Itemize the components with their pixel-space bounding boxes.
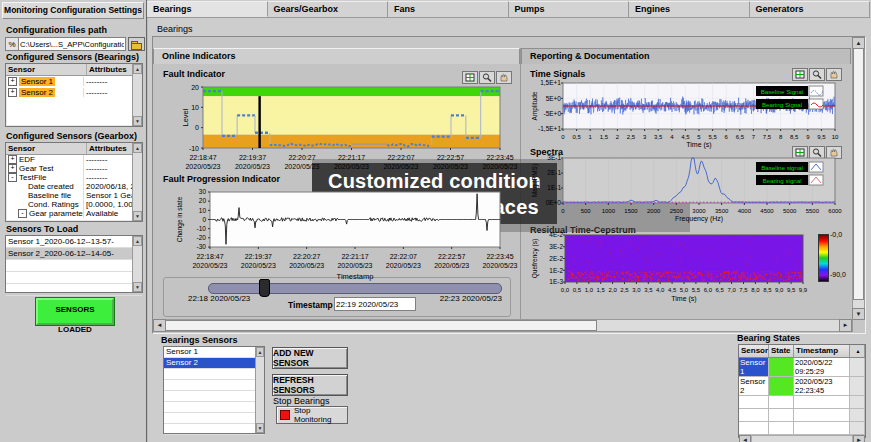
tab-pumps[interactable]: Pumps	[509, 1, 630, 17]
browse-folder-button[interactable]	[128, 37, 145, 51]
empty-row[interactable]	[164, 369, 264, 380]
scroll-down-arrow[interactable]: ▼	[852, 308, 865, 320]
svg-text:0,0: 0,0	[561, 287, 570, 293]
empty-row[interactable]	[6, 260, 142, 272]
config-path-input[interactable]	[19, 37, 126, 51]
svg-text:3: 3	[643, 134, 647, 140]
tree-expander[interactable]: +	[8, 155, 17, 164]
tree-row[interactable]: +Sensor 1--------	[6, 76, 142, 87]
empty-row[interactable]	[164, 424, 264, 435]
svg-text:0,5: 0,5	[572, 134, 581, 140]
fault-indicator-title: Fault Indicator	[163, 69, 225, 79]
tab-gears-gearbox[interactable]: Gears/Gearbox	[268, 1, 389, 17]
svg-text:22:23:45: 22:23:45	[486, 253, 513, 260]
sensor-list-item[interactable]: Sensor 2	[164, 358, 264, 369]
svg-text:1,5: 1,5	[597, 287, 606, 293]
slider-max-label: 22:23 2020/05/23	[420, 294, 502, 303]
svg-text:9: 9	[806, 134, 810, 140]
empty-row[interactable]	[164, 413, 264, 424]
tree-expander[interactable]: +	[8, 88, 17, 97]
svg-text:2020/05/23: 2020/05/23	[284, 163, 319, 170]
tree-row[interactable]: Cond. Ratings[0.0000, 1.000	[6, 200, 142, 209]
tab-generators[interactable]: Generators	[750, 1, 871, 17]
list-scrollbar[interactable]: ▲▼	[132, 236, 142, 292]
svg-text:Frequency (Hz): Frequency (Hz)	[675, 215, 723, 223]
config-path-control: %	[5, 37, 145, 51]
svg-text:Bearing signal: Bearing signal	[762, 177, 801, 184]
empty-row[interactable]	[164, 380, 264, 391]
svg-text:Baseline Signal: Baseline Signal	[761, 88, 804, 95]
gearbox-sensors-tree[interactable]: SensorAttributes+EDF--------+Gear Test--…	[5, 142, 143, 222]
states-row[interactable]: Sensor 12020/05/2209:25:29	[739, 358, 865, 377]
svg-text:1: 1	[589, 134, 593, 140]
tree-row[interactable]: -TestFile--------	[6, 173, 142, 182]
svg-text:2020/05/23: 2020/05/23	[241, 262, 276, 269]
empty-row[interactable]	[164, 391, 264, 402]
subtab-online-indicators[interactable]: Online Indicators	[153, 48, 520, 64]
bearings-sensors-list[interactable]: Sensor 1Sensor 2▲▼	[163, 346, 265, 434]
scroll-right-arrow[interactable]: ►	[853, 435, 865, 442]
bearing-states-table[interactable]: SensorStateTimestamp▲Sensor 12020/05/220…	[738, 344, 866, 438]
fault-progression-title: Fault Progression Indicator	[163, 174, 280, 184]
scroll-up-arrow[interactable]: ▲	[850, 345, 865, 357]
empty-row[interactable]	[164, 402, 264, 413]
spectra-chart: 3E-12E-11E-10E+0Mag (RMS)Baseline signal…	[528, 154, 846, 224]
svg-text:2020/05/23: 2020/05/23	[235, 163, 270, 170]
svg-text:22:21:17: 22:21:17	[338, 154, 365, 161]
tab-bearings[interactable]: Bearings	[147, 1, 268, 17]
svg-text:8,5: 8,5	[763, 287, 772, 293]
svg-text:30: 30	[199, 188, 207, 195]
empty-row[interactable]	[6, 272, 142, 284]
load-list-item[interactable]: Sensor 2_2020-06-12--14-05-	[6, 248, 142, 260]
tree-expander[interactable]: -	[18, 209, 27, 218]
svg-text:2020/05/23: 2020/05/23	[334, 163, 369, 170]
svg-text:10: 10	[199, 207, 207, 214]
empty-row[interactable]	[739, 396, 865, 409]
sensor-list-item[interactable]: Sensor 1	[164, 347, 264, 358]
tree-row[interactable]: Baseline fileSensor 1 Gear	[6, 191, 142, 200]
svg-text:9,5: 9,5	[787, 287, 796, 293]
sensors-to-load-list[interactable]: Sensor 1_2020-06-12--13-57-Sensor 2_2020…	[5, 235, 143, 293]
horizontal-scroll-thumb[interactable]	[165, 320, 597, 331]
state-cell	[769, 377, 794, 395]
tree-row[interactable]: +Sensor 2--------	[6, 87, 142, 98]
empty-row[interactable]	[739, 422, 865, 435]
svg-text:5000: 5000	[783, 208, 797, 214]
bearings-tree-label: Configured Sensors (Bearings)	[6, 52, 139, 62]
tree-expander[interactable]: +	[8, 164, 17, 173]
empty-row[interactable]	[739, 409, 865, 422]
refresh-sensors-button[interactable]: REFRESH SENSORS	[272, 374, 348, 396]
scroll-left-arrow[interactable]: ◄	[739, 435, 751, 442]
svg-text:-1,5E+1: -1,5E+1	[538, 125, 561, 132]
tree-row[interactable]: +EDF--------	[6, 155, 142, 164]
sensors-loaded-button[interactable]: SENSORS LOADED	[36, 298, 114, 325]
tree-scrollbar[interactable]: ▲▼	[132, 143, 142, 221]
svg-text:8: 8	[779, 134, 783, 140]
svg-text:1000: 1000	[602, 208, 616, 214]
tree-scrollbar[interactable]: ▲▼	[132, 64, 142, 126]
tree-row[interactable]: +Gear Test--------	[6, 164, 142, 173]
vertical-scroll-thumb[interactable]	[853, 48, 864, 300]
timestamp-oi-input[interactable]	[334, 297, 416, 311]
svg-text:4,5: 4,5	[668, 287, 677, 293]
svg-text:2020/05/23: 2020/05/23	[383, 163, 418, 170]
svg-text:0: 0	[561, 134, 565, 140]
tree-expander[interactable]: -	[8, 173, 17, 182]
bearings-sensors-tree[interactable]: SensorAttributes+Sensor 1--------+Sensor…	[5, 63, 143, 127]
scroll-right-arrow[interactable]: ►	[839, 319, 852, 332]
add-new-sensor-button[interactable]: ADD NEW SENSOR	[272, 347, 348, 369]
tree-row[interactable]: Date created2020/06/18, 2:	[6, 182, 142, 191]
stop-monitoring-button[interactable]: Stop Monitoring	[276, 406, 348, 424]
svg-text:4,5: 4,5	[681, 134, 690, 140]
tab-fans[interactable]: Fans	[388, 1, 509, 17]
states-row[interactable]: Sensor 22020/05/2322:23:45	[739, 377, 865, 396]
tree-row[interactable]: -Gear parametersAvailable	[6, 209, 142, 218]
tab-engines[interactable]: Engines	[629, 1, 750, 17]
list-scrollbar[interactable]: ▲▼	[255, 347, 264, 433]
subtab-reporting-documentation[interactable]: Reporting & Documentation	[521, 48, 851, 64]
tree-expander[interactable]: +	[8, 77, 17, 86]
load-list-item[interactable]: Sensor 1_2020-06-12--13-57-	[6, 236, 142, 248]
empty-row[interactable]	[6, 284, 142, 296]
svg-text:4,0: 4,0	[656, 287, 665, 293]
svg-text:5,5: 5,5	[692, 287, 701, 293]
